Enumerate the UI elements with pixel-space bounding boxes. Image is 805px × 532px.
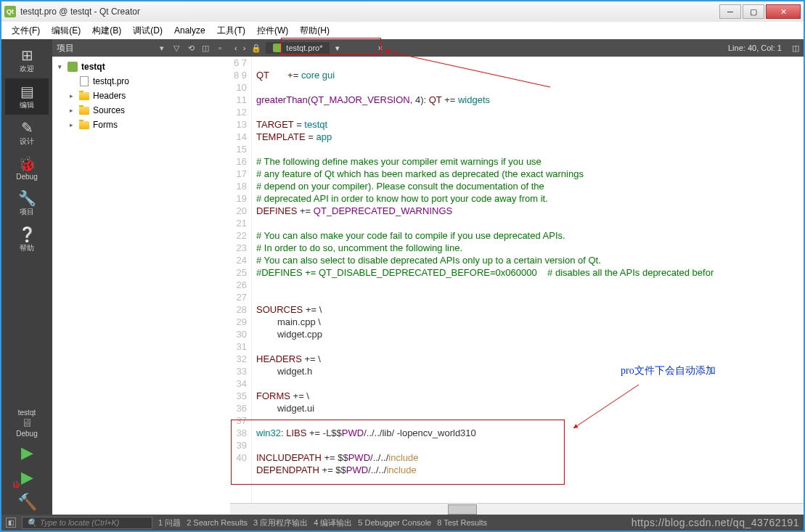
expand-icon[interactable]: ▸ xyxy=(70,107,78,114)
pencil-icon: ✎ xyxy=(18,119,36,136)
pane-search[interactable]: 2 Search Results xyxy=(187,518,248,527)
menu-edit[interactable]: 编辑(E) xyxy=(46,22,86,39)
app-icon: Qt xyxy=(4,6,16,17)
pane-app-output[interactable]: 3 应用程序输出 xyxy=(253,517,308,528)
build-button[interactable]: 🔨 xyxy=(17,490,37,515)
scrollbar-thumb[interactable] xyxy=(448,504,477,515)
window-maximize-button[interactable]: ▢ xyxy=(743,4,764,19)
mode-projects[interactable]: 🔧 项目 xyxy=(5,185,49,221)
project-icon xyxy=(68,62,78,72)
annotation-label: pro文件下会自动添加 xyxy=(621,364,716,377)
menu-file[interactable]: 文件(F) xyxy=(6,22,46,39)
pane-compile[interactable]: 4 编译输出 xyxy=(314,517,352,528)
watermark-text: https://blog.csdn.net/qq_43762191 xyxy=(632,517,799,528)
file-icon xyxy=(80,76,89,86)
lock-icon[interactable]: 🔒 xyxy=(251,44,261,53)
kit-target[interactable]: testqt 🖥 Debug xyxy=(5,406,49,441)
run-debug-button[interactable]: ▶🐞 xyxy=(21,465,33,490)
tree-node-sources[interactable]: ▸ Sources xyxy=(52,103,230,118)
link-icon[interactable]: ⟲ xyxy=(185,42,197,54)
mode-sidebar: ⊞ 欢迎 ▤ 编辑 ✎ 设计 🐞 Debug 🔧 项目 ❔ 帮助 testqt … xyxy=(1,39,52,515)
edit-icon: ▤ xyxy=(18,83,36,100)
pro-icon xyxy=(273,44,282,52)
editor-toolbar: ‹ › 🔒 testqt.pro* ▾ × Line: 40, Col: 1 ◫ xyxy=(230,39,804,57)
sidebar-toggle-button[interactable]: ◧ xyxy=(6,517,16,528)
open-file-tab[interactable]: testqt.pro* xyxy=(266,42,330,54)
menu-analyze[interactable]: Analyze xyxy=(168,23,211,38)
project-panel-title: 项目 xyxy=(57,42,153,54)
tab-dropdown[interactable]: ▾ xyxy=(330,44,346,53)
menu-help[interactable]: 帮助(H) xyxy=(294,22,335,39)
project-toolbar: 项目 ▾ ▽ ⟲ ◫ ▫ xyxy=(52,39,230,57)
mode-debug[interactable]: 🐞 Debug xyxy=(5,151,49,185)
tree-root[interactable]: ▾ testqt xyxy=(52,60,230,74)
locator-input[interactable]: 🔍 Type to locate (Ctrl+K) xyxy=(22,517,152,529)
folder-icon xyxy=(79,92,89,100)
window-close-button[interactable]: ✕ xyxy=(766,4,801,19)
close-panel-icon[interactable]: ▫ xyxy=(214,42,226,54)
status-bar: ◧ 🔍 Type to locate (Ctrl+K) 1 问题 2 Searc… xyxy=(0,515,805,532)
project-tree[interactable]: ▾ testqt testqt.pro ▸ Headers ▸ Sources … xyxy=(52,57,230,515)
expand-icon[interactable]: ▸ xyxy=(70,121,78,128)
folder-icon xyxy=(79,121,89,129)
code-editor[interactable]: 6 7 8 9 10 11 12 13 14 15 16 17 18 19 20… xyxy=(230,57,804,503)
window-titlebar: Qt testqt.pro @ testqt - Qt Creator ─ ▢ … xyxy=(0,0,805,22)
mode-welcome[interactable]: ⊞ 欢迎 xyxy=(5,42,49,78)
nav-forward-button[interactable]: › xyxy=(243,44,246,53)
tree-node-pro[interactable]: testqt.pro xyxy=(52,74,230,89)
split-editor-icon[interactable]: ◫ xyxy=(788,44,804,53)
window-title: testqt.pro @ testqt - Qt Creator xyxy=(20,7,719,17)
folder-icon xyxy=(79,107,89,115)
menu-debug[interactable]: 调试(D) xyxy=(127,22,168,39)
menu-tools[interactable]: 工具(T) xyxy=(211,22,251,39)
grid-icon: ⊞ xyxy=(18,46,36,64)
nav-back-button[interactable]: ‹ xyxy=(234,44,237,53)
line-col-status: Line: 40, Col: 1 xyxy=(722,44,788,52)
monitor-icon: 🖥 xyxy=(5,417,49,430)
run-button[interactable]: ▶ xyxy=(21,441,33,465)
mode-design[interactable]: ✎ 设计 xyxy=(5,115,49,151)
menu-widgets[interactable]: 控件(W) xyxy=(251,22,294,39)
tree-node-forms[interactable]: ▸ Forms xyxy=(52,118,230,132)
locator-placeholder: Type to locate (Ctrl+K) xyxy=(40,518,120,527)
line-gutter: 6 7 8 9 10 11 12 13 14 15 16 17 18 19 20… xyxy=(230,57,252,503)
pane-issues[interactable]: 1 问题 xyxy=(158,517,181,528)
close-tab-button[interactable]: × xyxy=(375,44,385,52)
help-icon: ❔ xyxy=(18,226,36,243)
wrench-icon: 🔧 xyxy=(18,189,36,207)
pane-debugger[interactable]: 5 Debugger Console xyxy=(358,518,431,527)
menu-build[interactable]: 构建(B) xyxy=(86,22,127,39)
code-content[interactable]: QT += core gui greaterThan(QT_MAJOR_VERS… xyxy=(252,57,804,503)
pane-tests[interactable]: 8 Test Results xyxy=(437,518,487,527)
tree-node-headers[interactable]: ▸ Headers xyxy=(52,89,230,103)
dropdown-icon[interactable]: ▾ xyxy=(156,42,168,54)
bug-icon: 🐞 xyxy=(18,155,36,173)
editor-area: ‹ › 🔒 testqt.pro* ▾ × Line: 40, Col: 1 ◫… xyxy=(230,39,804,515)
expand-icon[interactable]: ▸ xyxy=(70,92,78,99)
project-panel: 项目 ▾ ▽ ⟲ ◫ ▫ ▾ testqt testqt.pro ▸ Heade… xyxy=(52,39,230,515)
filter-icon[interactable]: ▽ xyxy=(171,42,182,54)
search-icon: 🔍 xyxy=(27,518,37,528)
mode-help[interactable]: ❔ 帮助 xyxy=(5,221,49,258)
expand-icon[interactable]: ▾ xyxy=(58,63,67,70)
menu-bar: 文件(F) 编辑(E) 构建(B) 调试(D) Analyze 工具(T) 控件… xyxy=(0,22,805,39)
horizontal-scrollbar[interactable] xyxy=(230,503,804,515)
mode-edit[interactable]: ▤ 编辑 xyxy=(5,78,49,115)
window-minimize-button[interactable]: ─ xyxy=(719,4,741,19)
tab-filename: testqt.pro* xyxy=(286,44,322,52)
split-icon[interactable]: ◫ xyxy=(200,42,211,54)
